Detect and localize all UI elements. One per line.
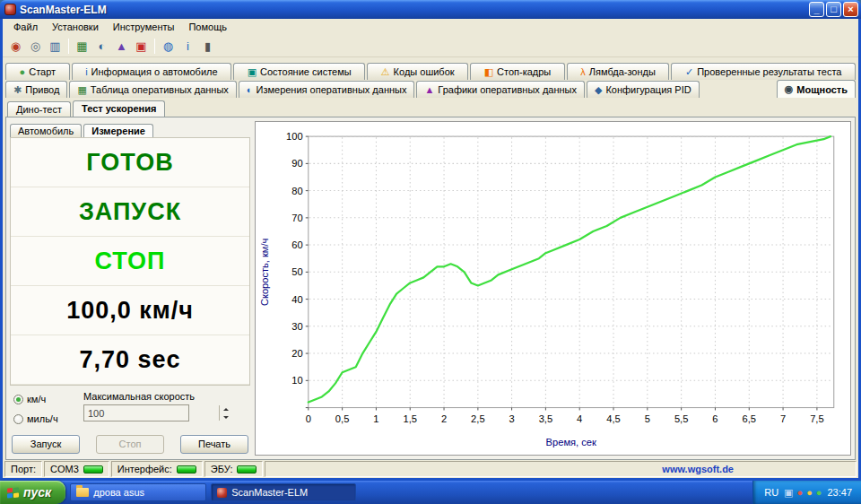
update-icon[interactable]: ● — [806, 488, 813, 498]
tab-label: Мощность — [796, 84, 848, 95]
tab-car-info[interactable]: iИнформация о автомобиле — [72, 63, 232, 80]
tab-live-data-meters[interactable]: ◐Измерения оперативных данных — [239, 81, 415, 98]
inner-tab[interactable]: Дино-тест — [7, 101, 71, 117]
inner-tab-label: Тест ускорения — [82, 103, 156, 114]
radio-unselected-icon — [13, 414, 23, 424]
dtc-icon[interactable]: ▣ — [132, 37, 151, 56]
website-link[interactable]: www.wgsoft.de — [662, 464, 734, 474]
status-bar: Порт: COM3 Интерфейс: ЭБУ: www.wgsoft.de — [3, 460, 858, 478]
antivirus-icon[interactable]: ● — [816, 488, 822, 498]
language-indicator[interactable]: RU — [764, 487, 778, 498]
exit-icon[interactable]: ▮ — [198, 37, 217, 56]
maximize-button[interactable]: □ — [826, 2, 841, 17]
tab-row-2: ✱Привод▦Таблица оперативных данных◐Измер… — [5, 80, 856, 98]
ecu-label: ЭБУ: — [211, 464, 233, 474]
graphs-icon[interactable]: ▲ — [112, 37, 131, 56]
disconnect-icon[interactable]: ◎ — [26, 37, 45, 56]
svg-text:0,5: 0,5 — [335, 413, 349, 424]
tab-lambda-sensors[interactable]: λЛямбда-зонды — [567, 63, 670, 80]
tab-label: Автомобиль — [18, 126, 74, 136]
system-tray: RU ▣●●● 23:47 — [752, 481, 861, 504]
minimize-button[interactable]: _ — [809, 2, 824, 17]
unit-mph-radio[interactable]: миль/ч — [13, 413, 76, 424]
folder-icon — [76, 488, 89, 497]
svg-text:2,5: 2,5 — [471, 413, 484, 424]
interface-cell: Интерфейс: — [111, 461, 203, 477]
display-icon[interactable]: ▣ — [784, 488, 793, 498]
svg-text:Время, сек: Время, сек — [546, 437, 596, 448]
tab-system-status[interactable]: ▣Состояние системы — [233, 63, 365, 80]
toolbar-separator — [154, 39, 155, 54]
time-readout: 7,70 sec — [11, 335, 249, 385]
menu-item[interactable]: Инструменты — [106, 21, 182, 33]
error-codes-icon: ⚠ — [381, 67, 390, 77]
svg-text:80: 80 — [291, 186, 302, 196]
svg-text:100: 100 — [286, 131, 303, 142]
radio-label: миль/ч — [27, 413, 58, 424]
tab-vehicle[interactable]: Автомобиль — [10, 124, 82, 137]
svg-text:1,5: 1,5 — [403, 413, 416, 424]
print-button[interactable]: Печать — [180, 435, 248, 454]
live-table-icon[interactable]: ▦ — [73, 37, 91, 56]
ecu-led — [237, 465, 257, 474]
tab-live-data-table[interactable]: ▦Таблица оперативных данных — [69, 81, 236, 98]
clock[interactable]: 23:47 — [827, 487, 852, 498]
messenger-icon[interactable]: ● — [797, 488, 804, 498]
tab-pid-config[interactable]: ◆Конфигурация PID — [587, 81, 700, 98]
tab-label: Информация о автомобиле — [91, 66, 218, 77]
tab-error-codes[interactable]: ⚠Коды ошибок — [367, 63, 468, 80]
app-window: ScanMaster-ELM _ □ × ФайлУстановкиИнстру… — [0, 0, 861, 481]
max-speed-label: Максимальная скорость — [83, 391, 247, 402]
ecu-read-icon[interactable]: ▥ — [46, 37, 65, 56]
speed-chart: 10203040506070809010000,511,522,533,544,… — [256, 122, 850, 455]
start-test-button[interactable]: Запуск — [12, 435, 80, 454]
tab-freeze-frames[interactable]: ◧Стоп-кадры — [470, 63, 565, 80]
svg-text:3: 3 — [509, 413, 514, 424]
tab-drive[interactable]: ✱Привод — [5, 81, 67, 98]
readouts: ГОТОВ ЗАПУСК СТОП 100,0 км/ч 7,70 sec — [10, 137, 250, 386]
title-bar[interactable]: ScanMaster-ELM _ □ × — [0, 0, 861, 19]
max-speed-input[interactable] — [84, 405, 219, 421]
menu-item[interactable]: Файл — [6, 21, 45, 33]
tab-label: Конфигурация PID — [605, 84, 691, 95]
menu-item[interactable]: Установки — [45, 21, 106, 33]
globe-icon[interactable]: ◍ — [159, 37, 178, 56]
svg-text:7,5: 7,5 — [810, 413, 823, 424]
speed-readout: 100,0 км/ч — [11, 286, 249, 335]
svg-text:70: 70 — [291, 213, 302, 223]
acceleration-test-page: Автомобиль Измерение ГОТОВ ЗАПУСК СТОП 1… — [5, 117, 856, 460]
measurement-subtabs: Автомобиль Измерение — [10, 121, 250, 137]
inner-tab[interactable]: Тест ускорения — [73, 100, 165, 117]
tab-label: Коды ошибок — [394, 66, 455, 77]
tab-test-results[interactable]: ✓Проверенные результаты теста — [671, 63, 856, 80]
power-icon: ◉ — [785, 84, 794, 94]
tab-live-data-graphs[interactable]: ▲Графики оперативных данных — [416, 81, 585, 98]
window-body: ФайлУстановкиИнструментыПомощь ◉◎▥▦◐▲▣◍i… — [0, 19, 861, 481]
tab-label: Состояние системы — [260, 66, 352, 77]
desktop: ScanMaster-ELM _ □ × ФайлУстановкиИнстру… — [0, 0, 861, 504]
window-title: ScanMaster-ELM — [20, 4, 805, 16]
svg-text:90: 90 — [291, 158, 302, 169]
stop-test-button[interactable]: Стоп — [96, 435, 164, 454]
max-speed-spinner[interactable] — [83, 404, 189, 421]
spinner-buttons — [219, 405, 220, 421]
start-menu-button[interactable]: пуск — [0, 481, 65, 504]
close-button[interactable]: × — [843, 2, 858, 17]
taskbar: пуск дрова asus ScanMaster-ELM RU ▣●●● 2… — [0, 481, 861, 504]
unit-kmh-radio[interactable]: км/ч — [13, 394, 76, 404]
port-value-cell: COM3 — [44, 461, 109, 477]
tab-power[interactable]: ◉Мощность — [777, 80, 856, 98]
connect-icon[interactable]: ◉ — [6, 37, 25, 56]
tray-icons: ▣●●● — [784, 488, 822, 498]
taskbar-item-folder[interactable]: дрова asus — [70, 483, 206, 501]
radio-label: км/ч — [27, 394, 46, 404]
info-icon[interactable]: i — [178, 37, 197, 56]
tab-label: Старт — [29, 66, 56, 77]
taskbar-item-scanmaster[interactable]: ScanMaster-ELM — [211, 483, 356, 501]
tab-measurement[interactable]: Измерение — [83, 124, 153, 137]
car-info-icon: i — [85, 67, 87, 77]
tab-start[interactable]: ●Старт — [5, 63, 70, 80]
port-value: COM3 — [50, 464, 79, 474]
gauges-icon[interactable]: ◐ — [92, 37, 111, 56]
menu-item[interactable]: Помощь — [181, 21, 234, 33]
